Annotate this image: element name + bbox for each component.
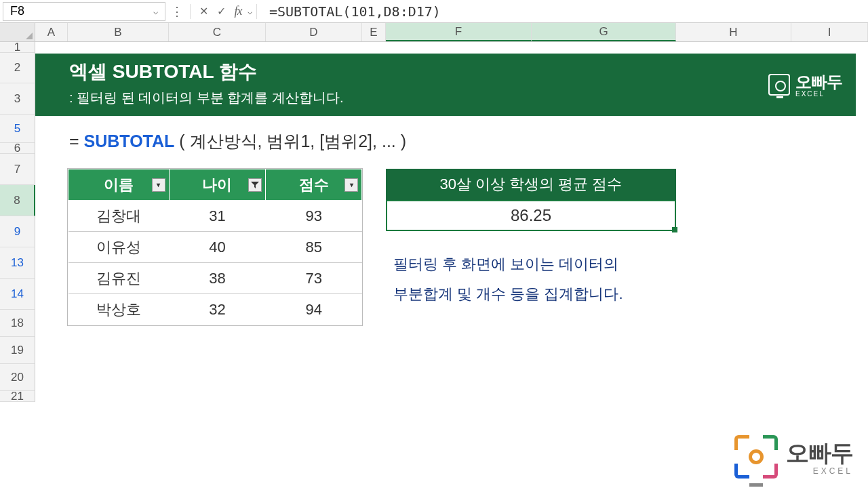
table-cell[interactable]: 85 <box>266 232 362 263</box>
table-cell[interactable]: 32 <box>169 294 266 325</box>
row-header-18[interactable]: 18 <box>0 310 35 337</box>
table-cell[interactable]: 73 <box>266 263 362 294</box>
row-header-19[interactable]: 19 <box>0 337 35 364</box>
syntax-prefix: = <box>69 131 84 150</box>
col-header-F[interactable]: F <box>386 23 532 41</box>
table-row: 김창대3193 <box>68 201 362 232</box>
table-header-0: 이름▾ <box>68 169 170 201</box>
row-header-13[interactable]: 13 <box>0 247 35 279</box>
select-all-corner[interactable] <box>0 23 35 41</box>
column-headers: A B C D E F G H I <box>0 23 868 42</box>
table-header-label: 나이 <box>202 176 232 193</box>
row-header-6[interactable]: 6 <box>0 143 35 154</box>
row-headers: 12356789131418192021 <box>0 42 35 402</box>
data-table: 이름▾나이점수▾ 김창대3193이유성4085김유진3873박상호3294 <box>68 169 362 325</box>
name-box[interactable]: F8 ⌵ <box>3 2 165 21</box>
table-cell[interactable]: 박상호 <box>68 294 170 325</box>
formula-bar-options-icon[interactable]: ⋮ <box>168 4 186 19</box>
fx-dropdown-icon[interactable]: ⌵ <box>248 7 252 16</box>
name-box-dropdown-icon[interactable]: ⌵ <box>153 7 158 16</box>
result-cell[interactable]: 86.25 <box>386 200 676 231</box>
col-header-I[interactable]: I <box>791 23 868 41</box>
table-cell[interactable]: 93 <box>266 201 362 232</box>
table-cell[interactable]: 94 <box>266 294 362 325</box>
brand-logo-small: 오빠두 EXCEL <box>768 71 842 98</box>
row-header-1[interactable]: 1 <box>0 42 35 53</box>
table-row: 김유진3873 <box>68 263 362 294</box>
enter-button[interactable]: ✓ <box>212 3 230 20</box>
separator <box>256 4 257 19</box>
row-header-7[interactable]: 7 <box>0 154 35 185</box>
table-cell[interactable]: 김유진 <box>68 263 170 294</box>
page-title: 엑셀 SUBTOTAL 함수 <box>69 59 822 85</box>
logo-subtext: EXCEL <box>786 466 853 476</box>
col-header-C[interactable]: C <box>169 23 266 41</box>
row-header-20[interactable]: 20 <box>0 364 35 391</box>
note-line1: 필터링 후 화면에 보이는 데이터의 <box>393 249 623 279</box>
logo-text: 오빠두 <box>795 73 842 91</box>
insert-function-button[interactable]: fx <box>230 3 248 20</box>
table-header-label: 이름 <box>104 176 134 193</box>
cancel-button[interactable]: ✕ <box>195 3 212 20</box>
row-header-3[interactable]: 3 <box>0 83 35 115</box>
result-header: 30살 이상 학생의 평균 점수 <box>386 169 676 200</box>
filter-dropdown-icon[interactable]: ▾ <box>152 178 165 192</box>
table-cell[interactable]: 31 <box>169 201 266 232</box>
row-header-9[interactable]: 9 <box>0 216 35 247</box>
row-header-14[interactable]: 14 <box>0 279 35 310</box>
table-cell[interactable]: 이유성 <box>68 232 170 263</box>
separator <box>190 4 191 19</box>
col-header-E[interactable]: E <box>362 23 386 41</box>
row-header-21[interactable]: 21 <box>0 391 35 402</box>
page-subtitle: : 필터링 된 데이터의 부분 합계를 계산합니다. <box>69 89 822 107</box>
col-header-D[interactable]: D <box>266 23 362 41</box>
name-box-value: F8 <box>10 4 24 18</box>
col-header-B[interactable]: B <box>68 23 169 41</box>
col-header-G[interactable]: G <box>532 23 676 41</box>
formula-input[interactable]: =SUBTOTAL(101,D8:D17) <box>261 3 868 20</box>
brand-logo-large: 오빠두 EXCEL <box>734 435 853 479</box>
formula-bar: F8 ⌵ ⋮ ✕ ✓ fx ⌵ =SUBTOTAL(101,D8:D17) <box>0 0 868 23</box>
table-row: 이유성4085 <box>68 232 362 263</box>
table-cell[interactable]: 38 <box>169 263 266 294</box>
function-syntax: = SUBTOTAL ( 계산방식, 범위1, [범위2], ... ) <box>69 130 406 152</box>
table-cell[interactable]: 40 <box>169 232 266 263</box>
row-header-8[interactable]: 8 <box>0 185 35 216</box>
row-header-2[interactable]: 2 <box>0 53 35 83</box>
title-banner: 엑셀 SUBTOTAL 함수 : 필터링 된 데이터의 부분 합계를 계산합니다… <box>35 54 856 116</box>
syntax-args: ( 계산방식, 범위1, [범위2], ... ) <box>174 131 406 150</box>
table-cell[interactable]: 김창대 <box>68 201 170 232</box>
col-header-H[interactable]: H <box>676 23 791 41</box>
filter-dropdown-icon[interactable]: ▾ <box>344 178 358 192</box>
logo-text: 오빠두 <box>786 440 853 466</box>
table-header-2: 점수▾ <box>266 169 362 201</box>
logo-icon <box>734 435 778 479</box>
spreadsheet-grid: A B C D E F G H I 12356789131418192021 엑… <box>0 23 868 402</box>
logo-icon <box>768 74 790 96</box>
table-header-label: 점수 <box>299 176 329 193</box>
note-line2: 부분합계 및 개수 등을 집계합니다. <box>393 279 623 309</box>
logo-subtext: EXCEL <box>795 90 842 98</box>
cells-area[interactable]: 엑셀 SUBTOTAL 함수 : 필터링 된 데이터의 부분 합계를 계산합니다… <box>35 42 868 402</box>
row-header-5[interactable]: 5 <box>0 115 35 143</box>
filter-active-icon[interactable] <box>248 178 262 192</box>
syntax-function-name: SUBTOTAL <box>84 131 175 150</box>
table-row: 박상호3294 <box>68 294 362 325</box>
description-note: 필터링 후 화면에 보이는 데이터의 부분합계 및 개수 등을 집계합니다. <box>393 249 623 309</box>
table-header-1: 나이 <box>169 169 266 201</box>
col-header-A[interactable]: A <box>35 23 68 41</box>
